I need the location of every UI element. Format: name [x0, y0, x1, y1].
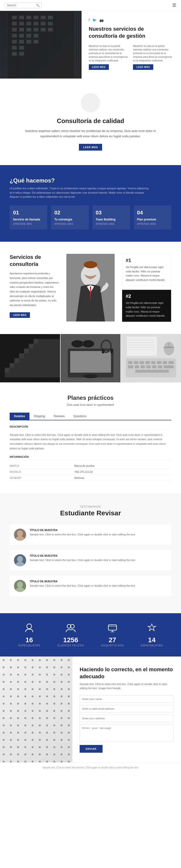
photo-grid [0, 334, 181, 382]
hero-title: Nuestros servicios de consultoría de ges… [89, 26, 174, 39]
svg-rect-54 [134, 361, 138, 364]
what-card-3-title: Team Building [96, 218, 127, 221]
hero-columns: Mantener la vista en la pelota mientras … [89, 44, 174, 70]
stat-icon-4 [141, 623, 162, 634]
svg-rect-28 [12, 46, 17, 50]
svg-rect-10 [26, 22, 31, 25]
quality-section: Consultoría de calidad Nuestros expertos… [0, 79, 181, 165]
svg-rect-72 [123, 337, 157, 356]
svg-rect-67 [164, 366, 174, 368]
info-key-2: MODELO [10, 469, 74, 475]
testimonial-text-1: Sample text. Click to select the text bo… [30, 532, 167, 537]
svg-point-83 [17, 556, 23, 562]
tab-shipping[interactable]: Shipping [30, 413, 49, 420]
svg-rect-9 [19, 22, 24, 25]
svg-point-86 [17, 582, 23, 588]
what-card-3-link[interactable]: APRENDE MÁS [96, 223, 127, 225]
plans-desc-text: Sample text. Click to select the text bo… [10, 433, 171, 451]
contact-address-input[interactable] [80, 715, 174, 722]
search-box[interactable]: 🔍 [5, 2, 42, 8]
service-item-1-num: #1 [126, 258, 168, 263]
plans-desc-label: DESCRIPCIÓN [10, 425, 171, 430]
what-card-4-link[interactable]: APRENDE MÁS [137, 223, 168, 225]
testimonials-label: Testimonios [10, 505, 171, 508]
contact-left-image [0, 656, 72, 762]
stat-item-1: 16 ESPECIALISTAS [18, 623, 40, 647]
stat-label-3: EXQUISITO·DOS [101, 644, 123, 647]
info-val-1: Marca de prueba [74, 463, 171, 469]
twitter-icon[interactable]: 🐦 [93, 18, 97, 22]
instagram-icon[interactable]: 📷 [100, 18, 104, 22]
hero-col2-text: Mantener la vista en la pelota mientras … [133, 44, 174, 62]
svg-rect-68 [135, 370, 169, 372]
plans-tabs: Detalles Shipping Reviews Questions [10, 413, 171, 420]
table-row: MODELO 750.175.111.02 [10, 469, 171, 475]
stat-label-2: CLIENTES FELICES [58, 644, 84, 647]
search-input[interactable] [7, 4, 36, 7]
svg-rect-60 [169, 361, 174, 364]
svg-rect-57 [151, 361, 156, 364]
tab-reviews[interactable]: Reviews [49, 413, 69, 420]
testimonial-name-3: TÍTULO DE MUESTRA [30, 580, 167, 583]
svg-rect-15 [19, 28, 24, 31]
what-title: ¿Qué hacemos? [10, 177, 171, 184]
what-card-2-link[interactable]: APRENDE MÁS [54, 223, 85, 225]
svg-rect-3 [19, 16, 24, 19]
contact-right: Haciendo lo correcto, en el momento adec… [72, 656, 181, 762]
svg-rect-6 [41, 16, 46, 19]
hero-building-image [0, 11, 81, 79]
what-card-3-num: 03 [96, 210, 127, 216]
svg-rect-19 [48, 28, 53, 31]
hamburger-menu-icon[interactable]: ☰ [172, 3, 176, 8]
plans-title: Planes prácticos [10, 395, 171, 401]
social-links: f 🐦 📷 [89, 18, 174, 22]
quality-title: Consultoría de calidad [19, 117, 162, 125]
hero-section: f 🐦 📷 Nuestros servicios de consultoría … [0, 11, 181, 79]
svg-rect-55 [140, 361, 144, 364]
contact-dots-decoration [0, 656, 72, 762]
contact-message-input[interactable] [80, 724, 174, 741]
services-btn[interactable]: LEER MÁS [10, 312, 30, 318]
hero-col2-btn[interactable]: LEER MÁS [133, 64, 153, 70]
what-card-3: 03 Team Building APRENDE MÁS [93, 205, 130, 229]
svg-rect-29 [19, 46, 24, 50]
hero-col-2: Mantener la vista en la pelota mientras … [133, 44, 174, 70]
plans-info-label: INFORMACIÓN [10, 455, 171, 460]
svg-rect-24 [12, 40, 17, 43]
svg-rect-58 [157, 361, 161, 364]
svg-rect-65 [152, 366, 157, 368]
svg-rect-5 [34, 16, 38, 19]
contact-submit-btn[interactable]: ENVIAR [80, 745, 103, 753]
what-card-2-title: Tu estrategia [54, 218, 85, 221]
svg-rect-25 [19, 40, 24, 43]
contact-section: Haciendo lo correcto, en el momento adec… [0, 656, 181, 762]
service-item-2: #2 Vel fringilla est ullamcorper eget nu… [122, 289, 171, 322]
testimonial-name-2: TÍTULO DE MUESTRA [30, 554, 167, 557]
plans-info-table: MARCA Marca de prueba MODELO 750.175.111… [10, 463, 171, 481]
contact-title: Haciendo lo correcto, en el momento adec… [80, 666, 174, 680]
svg-rect-64 [146, 366, 151, 368]
quality-btn[interactable]: LEER MÁS [79, 144, 102, 151]
what-card-4: 04 Plan premium APRENDE MÁS [134, 205, 171, 229]
svg-point-43 [71, 340, 83, 347]
stat-icon-1 [18, 623, 40, 634]
plans-section: Planes prácticos Duis aute irure dolor i… [0, 382, 181, 493]
tab-detalles[interactable]: Detalles [10, 413, 30, 420]
svg-point-88 [27, 624, 32, 629]
contact-email-input[interactable] [80, 705, 174, 712]
what-card-1-link[interactable]: APRENDE MÁS [13, 223, 44, 225]
facebook-icon[interactable]: f [89, 18, 90, 22]
hero-col1-btn[interactable]: LEER MÁS [89, 64, 109, 70]
svg-point-42 [83, 374, 98, 378]
svg-rect-66 [158, 366, 162, 368]
stat-item-2: 1256 CLIENTES FELICES [58, 623, 84, 647]
svg-rect-16 [26, 28, 31, 31]
testimonial-content-2: TÍTULO DE MUESTRA Sample text. Click to … [30, 554, 167, 566]
testimonial-item-3: TÍTULO DE MUESTRA Sample text. Click to … [10, 576, 171, 596]
svg-rect-14 [12, 28, 17, 31]
what-section: ¿Qué hacemos? Ut porttitor leo a diam so… [0, 165, 181, 242]
tab-questions[interactable]: Questions [69, 413, 91, 420]
svg-point-44 [82, 340, 94, 347]
what-cards: 01 Servicio de llamada APRENDE MÁS 02 Tu… [10, 205, 171, 229]
contact-name-input[interactable] [80, 695, 174, 703]
